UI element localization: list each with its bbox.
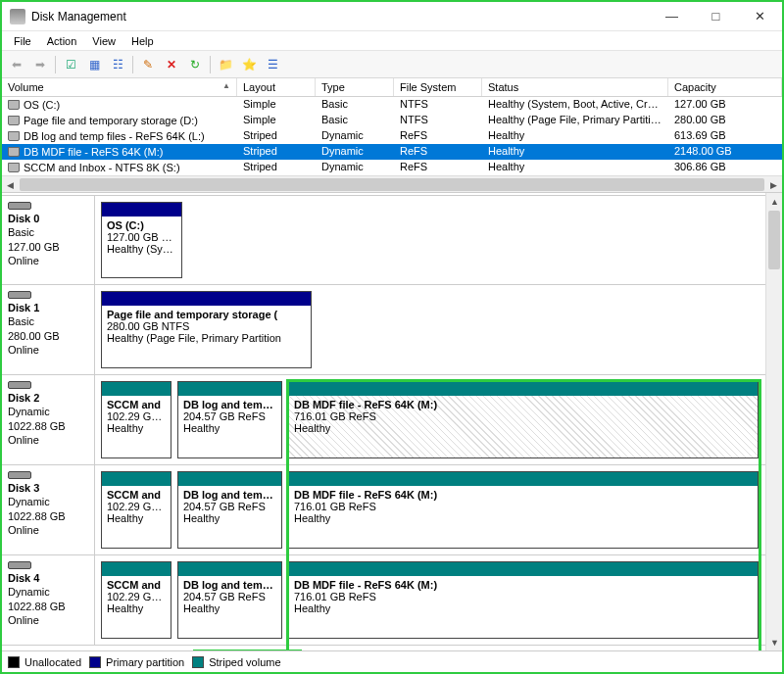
disk-partitions: SCCM and102.29 GB NHealthyDB log and tem… [95,375,765,464]
close-button[interactable]: ✕ [738,2,782,31]
partition[interactable]: SCCM and102.29 GB NHealthy [101,561,172,639]
disk-row: Disk 0Basic127.00 GBOnlineOS (C:)127.00 … [2,195,765,285]
volume-type: Dynamic [316,160,394,175]
disk-icon [8,471,31,479]
partition-body: SCCM and102.29 GB NHealthy [102,486,171,548]
volume-name: Page file and temporary storage (D:) [2,113,237,128]
partition-title: DB log and temp files - [183,399,276,410]
volume-status: Healthy [482,160,668,175]
legend: Unallocated Primary partition Striped vo… [2,650,782,672]
volume-row[interactable]: DB MDF file - ReFS 64K (M:)StripedDynami… [2,144,782,160]
partition-color-bar [178,562,281,576]
toolbar-more[interactable]: ☰ [262,54,283,75]
partition[interactable]: DB MDF file - ReFS 64K (M:)716.01 GB ReF… [288,561,759,639]
scroll-down-icon[interactable]: ▼ [766,634,782,650]
toolbar-delete[interactable]: ✕ [161,54,182,75]
col-capacity[interactable]: Capacity [668,78,782,96]
menu-help[interactable]: Help [123,33,162,49]
forward-button[interactable]: ➡ [29,54,51,75]
disk-state: Online [8,343,88,357]
disks-pane: Disk 0Basic127.00 GBOnlineOS (C:)127.00 … [2,193,782,650]
help-icon: ⭐ [242,58,257,72]
scroll-up-icon[interactable]: ▲ [766,193,782,210]
menu-file[interactable]: File [6,33,39,49]
vertical-scrollbar[interactable]: ▲ ▼ [765,193,782,650]
disk-info[interactable]: Disk 2Dynamic1022.88 GBOnline [2,375,95,464]
volume-row[interactable]: OS (C:)SimpleBasicNTFSHealthy (System, B… [2,97,782,113]
col-fs[interactable]: File System [394,78,482,96]
list-icon: ☷ [113,58,123,72]
volume-name-text: DB log and temp files - ReFS 64K (L:) [24,130,205,142]
toolbar-graphical-view[interactable]: ▦ [83,54,105,75]
volume-fs: NTFS [394,97,482,113]
disk-partitions: SCCM and102.29 GB NHealthyDB log and tem… [95,555,765,645]
partition[interactable]: DB log and temp files -204.57 GB ReFSHea… [177,561,282,639]
disk-info[interactable]: Disk 1Basic280.00 GBOnline [2,285,95,374]
volume-capacity: 2148.00 GB [668,144,782,160]
volume-capacity: 127.00 GB [668,97,782,113]
partition-title: SCCM and [107,579,166,591]
disk-info[interactable]: Disk 0Basic127.00 GBOnline [2,196,95,284]
scroll-right-icon[interactable]: ▶ [765,176,782,193]
horizontal-scrollbar[interactable]: ◀ ▶ [2,175,782,192]
col-layout[interactable]: Layout [237,78,316,96]
maximize-button[interactable]: □ [694,2,738,31]
partition-status: Healthy [183,602,276,614]
disk-state: Online [8,433,88,447]
volume-name-text: DB MDF file - ReFS 64K (M:) [24,146,163,158]
legend-label-striped: Striped volume [209,656,280,668]
menu-action[interactable]: Action [39,33,85,49]
volume-row[interactable]: SCCM and Inbox - NTFS 8K (S:)StripedDyna… [2,160,782,175]
col-type[interactable]: Type [316,78,394,96]
toolbar-settings[interactable]: ☑ [60,54,81,75]
disk-icon [8,561,31,569]
partition[interactable]: SCCM and102.29 GB NHealthy [101,471,172,549]
disk-kind: Dynamic [8,405,88,418]
scroll-thumb[interactable] [20,178,764,191]
partition[interactable]: SCCM and102.29 GB NHealthy [101,381,172,458]
disk-name: Disk 0 [8,213,39,224]
scroll-thumb[interactable] [768,211,780,269]
partition-size: 204.57 GB ReFS [183,591,276,602]
scroll-left-icon[interactable]: ◀ [2,176,19,193]
volume-fs: ReFS [394,144,482,160]
toolbar-list-view[interactable]: ☷ [107,54,128,75]
disk-info[interactable]: Disk 4Dynamic1022.88 GBOnline [2,555,95,645]
partition-color-bar [178,382,281,396]
volume-capacity: 306.86 GB [668,160,782,175]
partition[interactable]: DB log and temp files -204.57 GB ReFSHea… [177,381,282,458]
partition-color-bar [289,382,758,396]
partition[interactable]: Page file and temporary storage (280.00 … [101,291,312,368]
partition-status: Healthy [294,422,753,434]
volume-layout: Simple [237,113,316,128]
toolbar-refresh[interactable]: ✎ [137,54,159,75]
legend-swatch-striped [192,656,204,668]
partition[interactable]: DB log and temp files -204.57 GB ReFSHea… [177,471,282,549]
volume-name: DB MDF file - ReFS 64K (M:) [2,144,237,160]
disk-name: Disk 4 [8,572,39,584]
toolbar: ⬅ ➡ ☑ ▦ ☷ ✎ ✕ ↻ 📁 ⭐ ☰ [2,51,782,78]
toolbar-separator [210,56,211,73]
partition-size: 102.29 GB N [107,501,166,512]
partition-body: DB log and temp files -204.57 GB ReFSHea… [178,396,281,457]
partition-body: SCCM and102.29 GB NHealthy [102,576,171,638]
partition-title: DB log and temp files - [183,579,276,591]
menu-view[interactable]: View [84,33,123,49]
partition[interactable]: DB MDF file - ReFS 64K (M:)716.01 GB ReF… [288,381,759,458]
disk-info[interactable]: Disk 3Dynamic1022.88 GBOnline [2,465,95,554]
partition[interactable]: DB MDF file - ReFS 64K (M:)716.01 GB ReF… [288,471,759,549]
toolbar-help[interactable]: ⭐ [238,54,260,75]
col-volume[interactable]: Volume [2,78,237,96]
col-status[interactable]: Status [482,78,668,96]
partition-title: SCCM and [107,399,166,410]
minimize-button[interactable]: — [650,2,694,31]
back-button[interactable]: ⬅ [6,54,27,75]
toolbar-rescan[interactable]: ↻ [184,54,206,75]
legend-swatch-unallocated [8,656,20,668]
partition[interactable]: OS (C:)127.00 GB NTFHealthy (System [101,202,182,278]
volume-row[interactable]: DB log and temp files - ReFS 64K (L:)Str… [2,128,782,144]
toolbar-properties[interactable]: 📁 [215,54,236,75]
volume-row[interactable]: Page file and temporary storage (D:)Simp… [2,113,782,128]
partition-status: Healthy [183,422,276,434]
partition-body: SCCM and102.29 GB NHealthy [102,396,171,457]
